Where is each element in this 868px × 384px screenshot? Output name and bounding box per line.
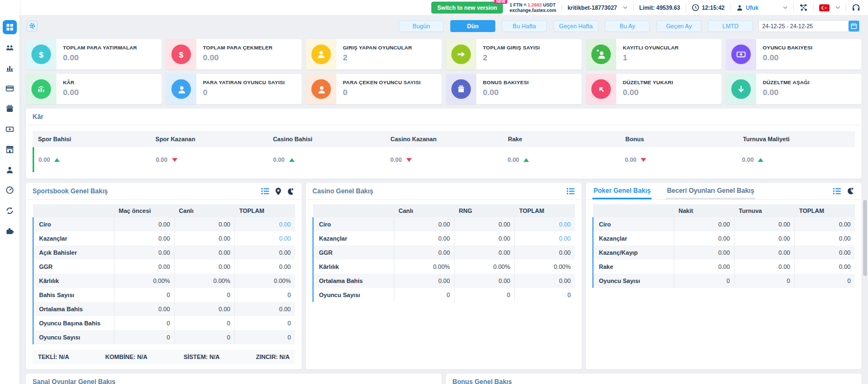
stat-value: 0	[343, 87, 420, 97]
row-label: Oyuncu Başına Bahis	[33, 316, 114, 330]
scrollbar-thumb[interactable]	[863, 200, 867, 276]
stat-icon-wrap	[586, 39, 616, 70]
row-label: Kazanç/Kayıp	[593, 245, 674, 260]
tab-gecen-ay[interactable]: Geçen Ay	[656, 20, 701, 32]
divider	[561, 3, 562, 12]
table-row: Ciro0.000.000.00	[313, 217, 575, 231]
table-header-row: Nakit Turnuva TOPLAM	[593, 204, 855, 217]
account-name: kritikbet-18773027	[567, 4, 617, 11]
chevron-down-icon	[623, 6, 628, 9]
adjustment-down-icon	[731, 79, 751, 99]
sidebar-item-cashdesk[interactable]	[3, 122, 17, 136]
row-label: Rake	[593, 260, 674, 274]
summary-item: SİSTEM: N/A	[183, 354, 220, 360]
sportsbook-panel: Sportsbook Genel Bakış Maç öncesi Canlı …	[26, 183, 302, 369]
stat-card: KÂR0.00	[26, 74, 162, 104]
calendar-icon[interactable]	[848, 21, 859, 32]
stat-icon-wrap: $↑	[166, 39, 196, 70]
date-range-input[interactable]	[759, 23, 848, 29]
row-label: Kazançlar	[33, 231, 114, 245]
stat-value: 0.00	[63, 53, 137, 62]
sidebar-item-shop[interactable]	[3, 142, 17, 156]
row-label: Kazançlar	[313, 231, 394, 245]
stat-icon-wrap: ↓	[166, 74, 196, 104]
sidebar-item-reports[interactable]	[3, 61, 17, 75]
row-label: Açık Bahisler	[33, 245, 114, 260]
tab-bugun[interactable]: Bugün	[399, 20, 444, 32]
tab-gecen-hafta[interactable]: Geçen Hafta	[553, 20, 598, 32]
column-header	[33, 204, 114, 217]
withdrawing-players-icon: ↑	[311, 79, 331, 99]
chevron-down-icon	[835, 6, 840, 9]
sidebar-item-dashboard[interactable]	[3, 20, 17, 34]
profit-value: 0.00	[156, 156, 167, 163]
sidebar-item-gauge[interactable]	[3, 183, 17, 197]
person-icon	[5, 166, 14, 174]
support-headset-icon[interactable]	[852, 3, 860, 12]
trend-icon	[641, 158, 646, 162]
sidebar-item-players[interactable]	[3, 41, 17, 55]
table-row: Ciro0.000.000.00	[593, 217, 855, 231]
date-range-picker	[758, 20, 860, 32]
switch-to-new-version-button[interactable]: Switch to new version NEW	[431, 2, 503, 14]
rate-suffix: USDT	[542, 2, 556, 8]
user-name: Ufuk	[746, 4, 758, 11]
stat-card: BONUS BAKIYESI0.00	[446, 74, 582, 104]
profit-panel: Kâr Spor Bahisi Spor Kazanan Casino Bahi…	[26, 109, 861, 179]
tab-lmtd[interactable]: LMTD	[708, 20, 753, 32]
list-view-icon[interactable]	[566, 187, 575, 195]
rate-value: 1.2663	[528, 2, 542, 8]
tab-poker-overview[interactable]: Poker Genel Bakış	[592, 187, 652, 199]
stat-label: PARA ÇEKEN OYUNCU SAYISI	[343, 79, 420, 85]
map-pin-icon[interactable]	[275, 187, 282, 196]
bet-type-summary: TEKLİ: N/A KOMBİNE: N/A SİSTEM: N/A ZINC…	[33, 350, 295, 364]
account-dropdown[interactable]: kritikbet-18773027	[567, 4, 628, 11]
stat-label: OYUNCU BAKIYESI	[763, 45, 813, 51]
stat-card: ↑ PARA ÇEKEN OYUNCU SAYISI0	[306, 74, 442, 104]
tab-bu-ay[interactable]: Bu Ay	[605, 20, 650, 32]
stat-icon-wrap: ↑	[306, 74, 336, 104]
table-row: Ortalama Bahis0.000.000.00	[33, 302, 295, 316]
divider	[686, 3, 686, 12]
sidebar-item-payments[interactable]	[3, 81, 17, 96]
divider	[813, 3, 814, 12]
tab-skill-games-overview[interactable]: Beceri Oyunları Genel Bakış	[666, 187, 755, 199]
language-dropdown[interactable]	[819, 4, 840, 11]
dashboard-settings-button[interactable]	[27, 21, 37, 32]
stat-value: 0.00	[763, 53, 813, 62]
row-label: Ortalama Bahis	[313, 274, 394, 288]
poker-panel: Poker Genel Bakış Beceri Oyunları Genel …	[586, 183, 861, 369]
divider	[730, 3, 731, 12]
panel-title: Bonus Genel Bakış	[452, 378, 512, 384]
table-row: Kazançlar0.000.000.00	[313, 231, 575, 245]
stat-label: PARA YATIRAN OYUNCU SAYISI	[203, 79, 285, 85]
tab-bu-hafta[interactable]: Bu Hafta	[502, 20, 547, 32]
list-view-icon[interactable]	[833, 187, 841, 199]
column-header: Bonus	[620, 136, 738, 142]
profit-value: 0.00	[625, 156, 636, 163]
stat-value: 0.00	[483, 87, 529, 97]
stat-label: GIRIŞ YAPAN OYUNCULAR	[343, 45, 412, 51]
sidebar-item-sync[interactable]	[3, 204, 17, 218]
stat-value: 1	[623, 53, 679, 62]
user-dropdown[interactable]: Ufuk	[736, 4, 788, 11]
sidebar-item-bonuses[interactable]	[3, 102, 17, 116]
stat-label: TOPLAM PARA ÇEKMELER	[203, 45, 272, 51]
panel-header: Bonus Genel Bakış	[446, 374, 861, 384]
table-row: Oyuncu Sayısı000	[313, 288, 575, 302]
column-header: Maç öncesi	[114, 204, 175, 217]
row-label: Bahis Sayısı	[33, 288, 114, 302]
list-view-icon[interactable]	[261, 187, 270, 195]
main-content: Bugün Dün Bu Hafta Geçen Hafta Bu Ay Geç…	[20, 16, 868, 384]
sidebar-item-account[interactable]	[3, 163, 17, 177]
pie-chart-icon[interactable]	[847, 187, 855, 199]
rate-prefix: 1 FTN =	[509, 2, 527, 8]
bonus-panel: Bonus Genel Bakış	[446, 374, 861, 384]
tab-dun[interactable]: Dün	[450, 20, 495, 32]
column-header	[313, 204, 394, 217]
network-icon[interactable]	[799, 3, 808, 12]
depositing-players-icon: ↓	[171, 79, 191, 99]
stat-card: DÜZELTME YUKARI0.00	[586, 74, 722, 104]
pie-chart-icon[interactable]	[287, 187, 295, 196]
sidebar-item-plugins[interactable]	[3, 224, 17, 238]
